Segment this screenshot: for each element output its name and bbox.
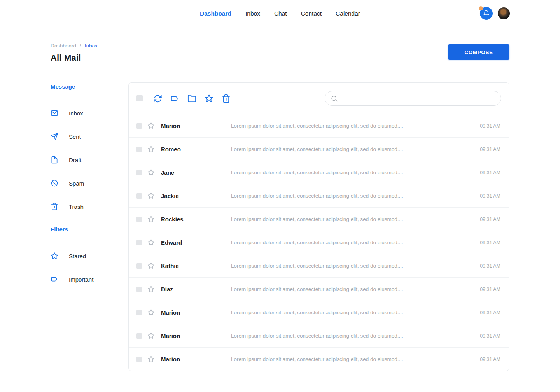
sidebar-item-sent[interactable]: Sent (51, 125, 128, 148)
row-star-button[interactable] (147, 239, 155, 246)
sidebar-item-label: Spam (69, 180, 84, 187)
row-star-button[interactable] (147, 192, 155, 200)
row-checkbox[interactable] (136, 147, 142, 152)
nav-item[interactable]: Dashboard (200, 10, 231, 17)
draft-icon (51, 156, 58, 164)
sidebar-item-spam[interactable]: Spam (51, 172, 128, 195)
send-icon (51, 133, 58, 140)
sender-name: Rockies (161, 216, 231, 222)
mail-row[interactable]: Jane Lorem ipsum dolor sit amet, consect… (129, 161, 509, 184)
row-star-button[interactable] (147, 215, 155, 223)
nav-item[interactable]: Chat (274, 10, 287, 17)
mail-row[interactable]: Kathie Lorem ipsum dolor sit amet, conse… (129, 254, 509, 277)
star-button[interactable] (205, 94, 214, 103)
sidebar: Message Inbox Sent (51, 82, 128, 371)
row-checkbox[interactable] (136, 217, 142, 222)
sidebar-item-draft[interactable]: Draft (51, 148, 128, 172)
message-time: 09:31 AM (480, 333, 500, 339)
sender-name: Marion (161, 356, 231, 362)
sidebar-item-label: Sent (69, 133, 81, 140)
mail-row[interactable]: Marion Lorem ipsum dolor sit amet, conse… (129, 114, 509, 137)
message-preview: Lorem ipsum dolor sit amet, consectetur … (231, 240, 474, 245)
sidebar-item-stared[interactable]: Stared (51, 244, 128, 268)
row-checkbox[interactable] (136, 170, 142, 175)
sidebar-heading-filters: Filters (51, 226, 128, 233)
star-icon (147, 332, 155, 340)
row-star-button[interactable] (147, 262, 155, 270)
row-checkbox[interactable] (136, 310, 142, 315)
nav-item[interactable]: Inbox (245, 10, 260, 17)
message-preview: Lorem ipsum dolor sit amet, consectetur … (231, 286, 474, 292)
message-preview: Lorem ipsum dolor sit amet, consectetur … (231, 216, 474, 222)
message-preview: Lorem ipsum dolor sit amet, consectetur … (231, 333, 474, 339)
message-preview: Lorem ipsum dolor sit amet, consectetur … (231, 170, 474, 175)
row-star-button[interactable] (147, 285, 155, 293)
search-input[interactable] (342, 95, 495, 102)
star-icon (147, 309, 155, 316)
sidebar-item-label: Trash (69, 203, 84, 210)
message-time: 09:31 AM (480, 357, 500, 362)
row-star-button[interactable] (147, 309, 155, 316)
row-checkbox[interactable] (136, 357, 142, 362)
sidebar-item-label: Important (69, 276, 93, 283)
mail-row[interactable]: Marion Lorem ipsum dolor sit amet, conse… (129, 324, 509, 347)
mail-row[interactable]: Romeo Lorem ipsum dolor sit amet, consec… (129, 137, 509, 161)
star-icon (205, 94, 214, 103)
sidebar-item-label: Stared (69, 253, 86, 259)
folder-button[interactable] (187, 94, 196, 103)
label-button[interactable] (170, 94, 179, 103)
mail-row[interactable]: Marion Lorem ipsum dolor sit amet, conse… (129, 347, 509, 371)
sidebar-message-list: Inbox Sent Draft (51, 102, 128, 218)
sidebar-item-important[interactable]: Important (51, 268, 128, 291)
user-avatar[interactable] (498, 7, 510, 19)
mail-rows: Marion Lorem ipsum dolor sit amet, conse… (129, 114, 509, 371)
breadcrumb-separator: / (80, 43, 81, 49)
sender-name: Marion (161, 309, 231, 316)
page-body: Dashboard / Inbox All Mail COMPOSE Messa… (0, 43, 560, 371)
message-preview: Lorem ipsum dolor sit amet, consectetur … (231, 123, 474, 129)
page-header: Dashboard / Inbox All Mail COMPOSE (51, 43, 509, 63)
row-star-button[interactable] (147, 169, 155, 176)
folder-icon (187, 94, 196, 103)
page-title: All Mail (51, 53, 98, 63)
label-icon (170, 94, 179, 103)
nav-item[interactable]: Contact (301, 10, 322, 17)
message-preview: Lorem ipsum dolor sit amet, consectetur … (231, 146, 474, 152)
message-time: 09:31 AM (480, 287, 500, 292)
breadcrumb-dashboard[interactable]: Dashboard (51, 43, 76, 49)
sender-name: Jackie (161, 192, 231, 199)
row-checkbox[interactable] (136, 333, 142, 339)
notifications-button[interactable] (480, 7, 493, 20)
sidebar-item-label: Inbox (69, 110, 83, 117)
sidebar-item-trash[interactable]: Trash (51, 195, 128, 218)
sidebar-item-inbox[interactable]: Inbox (51, 102, 128, 125)
row-star-button[interactable] (147, 145, 155, 153)
breadcrumb-inbox[interactable]: Inbox (85, 43, 98, 49)
row-checkbox[interactable] (136, 193, 142, 199)
message-time: 09:31 AM (480, 147, 500, 152)
row-checkbox[interactable] (136, 263, 142, 269)
message-time: 09:31 AM (480, 263, 500, 269)
sender-name: Marion (161, 332, 231, 339)
row-checkbox[interactable] (136, 287, 142, 292)
mail-row[interactable]: Edward Lorem ipsum dolor sit amet, conse… (129, 231, 509, 254)
mail-toolbar (129, 83, 509, 114)
mail-row[interactable]: Jackie Lorem ipsum dolor sit amet, conse… (129, 184, 509, 207)
mail-row[interactable]: Marion Lorem ipsum dolor sit amet, conse… (129, 301, 509, 324)
trash-button[interactable] (222, 94, 231, 103)
refresh-button[interactable] (153, 94, 162, 103)
row-checkbox[interactable] (136, 123, 142, 129)
row-star-button[interactable] (147, 332, 155, 340)
select-all-checkbox[interactable] (136, 95, 143, 102)
mail-row[interactable]: Rockies Lorem ipsum dolor sit amet, cons… (129, 207, 509, 231)
star-icon (147, 122, 155, 130)
compose-button[interactable]: COMPOSE (448, 44, 509, 60)
spam-icon (51, 179, 58, 187)
row-star-button[interactable] (147, 355, 155, 363)
star-icon (147, 215, 155, 223)
row-checkbox[interactable] (136, 240, 142, 245)
nav-item[interactable]: Calendar (336, 10, 360, 17)
row-star-button[interactable] (147, 122, 155, 130)
mail-row[interactable]: Diaz Lorem ipsum dolor sit amet, consect… (129, 277, 509, 301)
mail-list-panel: Marion Lorem ipsum dolor sit amet, conse… (128, 82, 509, 371)
